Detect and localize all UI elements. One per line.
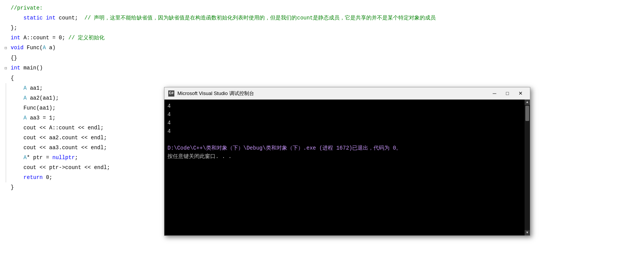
code-text: aa3 = 1; bbox=[27, 113, 56, 123]
code-keyword-static: static bbox=[24, 13, 43, 23]
close-button[interactable]: ✕ bbox=[515, 89, 526, 98]
vline bbox=[6, 83, 6, 93]
vline bbox=[6, 123, 6, 133]
code-type-A: A bbox=[24, 153, 27, 163]
code-keyword-int: int bbox=[46, 13, 55, 23]
code-text: a) bbox=[46, 43, 55, 53]
code-line-8: {} bbox=[0, 53, 644, 63]
console-output-exit: D:\Code\C++\类和对象（下）\Debug\类和对象（下）.exe (进… bbox=[167, 144, 527, 152]
code-type-A: A bbox=[24, 83, 27, 93]
vline bbox=[6, 133, 6, 143]
code-text bbox=[43, 13, 46, 23]
code-line-11: { bbox=[0, 73, 644, 83]
code-indent bbox=[11, 103, 24, 113]
scrollbar-thumb[interactable] bbox=[525, 106, 529, 121]
code-keyword-void: void bbox=[11, 43, 24, 53]
code-text: {} bbox=[11, 53, 17, 63]
code-text: Func(aa1); bbox=[24, 103, 56, 113]
code-text: main() bbox=[20, 63, 43, 73]
code-indent bbox=[11, 163, 24, 172]
code-text bbox=[11, 13, 24, 23]
code-indent bbox=[11, 172, 24, 182]
code-text: cout << A::count << endl; bbox=[24, 123, 104, 133]
code-text: } bbox=[11, 182, 14, 192]
code-text: cout << ptr->count << endl; bbox=[24, 163, 110, 172]
code-type-A: A bbox=[24, 93, 27, 103]
code-text: ; bbox=[75, 153, 78, 163]
code-indent bbox=[11, 153, 24, 163]
vline bbox=[6, 172, 6, 182]
console-window: C# Microsoft Visual Studio 调试控制台 ─ □ ✕ 4… bbox=[164, 87, 530, 236]
code-text: count; bbox=[56, 13, 85, 23]
code-text: * ptr = bbox=[27, 153, 52, 163]
code-keyword-nullptr: nullptr bbox=[52, 153, 75, 163]
vline bbox=[6, 163, 6, 172]
console-output-close: 按任意键关闭此窗口. . . bbox=[167, 152, 527, 161]
console-app-icon: C# bbox=[168, 90, 174, 97]
code-keyword-int: int bbox=[11, 63, 20, 73]
code-comment: // 声明，这里不能给缺省值，因为缺省值是在构造函数初始化列表时使用的，但是我们… bbox=[84, 13, 436, 23]
console-content: 4 4 4 4 D:\Code\C++\类和对象（下）\Debug\类和对象（下… bbox=[164, 100, 530, 235]
code-comment: // 定义初始化 bbox=[68, 33, 105, 43]
code-text: }; bbox=[11, 23, 17, 33]
console-output-3: 4 bbox=[167, 119, 527, 127]
code-line-3: }; bbox=[0, 23, 644, 33]
console-output-blank bbox=[167, 135, 527, 144]
console-scrollbar[interactable]: ▲ ▼ bbox=[525, 100, 530, 235]
vline bbox=[6, 103, 6, 113]
code-text: A::count = 0; bbox=[20, 33, 68, 43]
code-text: 0; bbox=[43, 172, 52, 182]
console-titlebar: C# Microsoft Visual Studio 调试控制台 ─ □ ✕ bbox=[164, 87, 530, 100]
code-text: cout << aa2.count << endl; bbox=[24, 133, 107, 143]
vline bbox=[6, 153, 6, 163]
console-controls: ─ □ ✕ bbox=[489, 89, 526, 98]
console-title: Microsoft Visual Studio 调试控制台 bbox=[177, 90, 489, 97]
code-keyword-int: int bbox=[11, 33, 20, 43]
code-text: cout << aa3.count << endl; bbox=[24, 143, 107, 153]
console-output-1: 4 bbox=[167, 102, 527, 110]
code-keyword-return: return bbox=[24, 172, 43, 182]
code-text: aa2(aa1); bbox=[27, 93, 59, 103]
fold-7[interactable]: ⊟ bbox=[5, 43, 11, 53]
code-indent bbox=[11, 133, 24, 143]
code-line-5: int A::count = 0; // 定义初始化 bbox=[0, 33, 644, 43]
code-line-10: ⊟ int main() bbox=[0, 63, 644, 73]
fold-10[interactable]: ⊟ bbox=[5, 63, 11, 73]
code-text: Func( bbox=[24, 43, 43, 53]
code-type-A: A bbox=[24, 113, 27, 123]
scroll-down-arrow[interactable]: ▼ bbox=[525, 230, 530, 235]
console-output-2: 4 bbox=[167, 110, 527, 119]
vline bbox=[6, 113, 6, 123]
code-indent bbox=[11, 123, 24, 133]
code-line-1: //private: bbox=[0, 3, 644, 13]
code-indent bbox=[11, 83, 24, 93]
code-type-A: A bbox=[43, 43, 46, 53]
code-text: { bbox=[11, 73, 14, 83]
vline bbox=[6, 93, 6, 103]
code-indent bbox=[11, 113, 24, 123]
code-indent bbox=[11, 93, 24, 103]
maximize-button[interactable]: □ bbox=[502, 89, 513, 98]
scrollbar-track bbox=[525, 105, 530, 230]
code-text: aa1; bbox=[27, 83, 43, 93]
vline bbox=[6, 143, 6, 153]
minimize-button[interactable]: ─ bbox=[489, 89, 500, 98]
code-text: //private: bbox=[11, 3, 43, 13]
console-output-4: 4 bbox=[167, 127, 527, 135]
code-line-7: ⊟ void Func( A a) bbox=[0, 43, 644, 53]
code-line-2: static int count; // 声明，这里不能给缺省值，因为缺省值是在… bbox=[0, 13, 644, 23]
code-indent bbox=[11, 143, 24, 153]
scroll-up-arrow[interactable]: ▲ bbox=[525, 100, 530, 105]
